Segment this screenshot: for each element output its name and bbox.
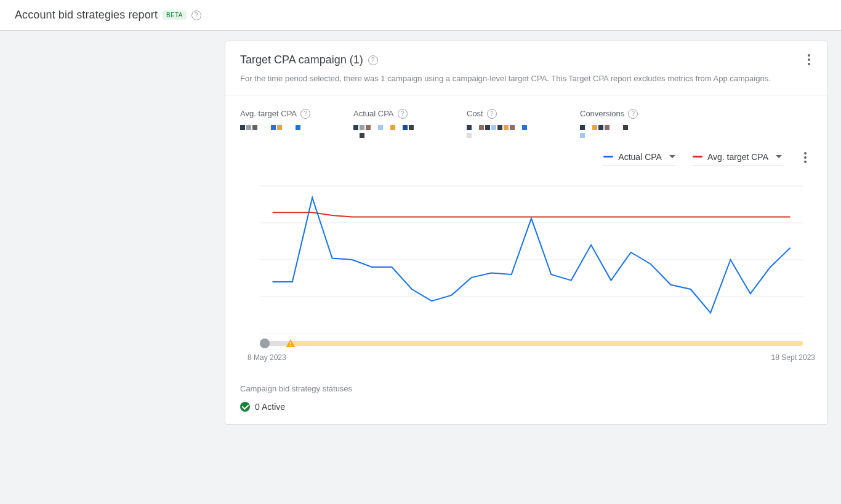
metric-value-redacted: [580, 125, 642, 140]
metric-value-redacted: [353, 125, 415, 140]
check-circle-icon: [240, 402, 250, 412]
avg-target-cpa-line: [273, 212, 791, 217]
axis-start-label: 8 May 2023: [247, 353, 286, 362]
help-icon[interactable]: ?: [398, 109, 408, 119]
metric-label: Actual CPA: [353, 109, 394, 118]
metric-cost: Cost ?: [467, 109, 541, 140]
metric-label: Cost: [467, 109, 483, 118]
line-chart: [260, 174, 803, 334]
status-section: Campaign bid strategy statuses 0 Active: [225, 374, 827, 424]
page-header: Account bid strategies report BETA ?: [0, 0, 841, 31]
beta-badge: BETA: [163, 10, 187, 20]
legend-swatch: [693, 156, 702, 158]
legend-label: Avg. target CPA: [707, 152, 768, 162]
card-header: Target CPA campaign (1) ? For the time p…: [225, 41, 827, 95]
metric-label: Avg. target CPA: [240, 109, 297, 118]
actual-cpa-line: [273, 198, 791, 313]
timeline-slider[interactable]: [260, 338, 803, 347]
legend-series-b-dropdown[interactable]: Avg. target CPA: [691, 150, 783, 166]
timeline-highlight: [289, 341, 803, 346]
content: Target CPA campaign (1) ? For the time p…: [0, 31, 841, 449]
more-icon[interactable]: [802, 52, 816, 67]
metric-avg-target-cpa: Avg. target CPA ?: [240, 109, 314, 140]
grid: [260, 186, 803, 334]
status-section-title: Campaign bid strategy statuses: [240, 384, 813, 393]
metric-conversions: Conversions ?: [580, 109, 654, 140]
axis-end-label: 18 Sept 2023: [771, 353, 815, 362]
metric-actual-cpa: Actual CPA ?: [353, 109, 427, 140]
help-icon[interactable]: ?: [487, 109, 497, 119]
chart-controls: Actual CPA Avg. target CPA: [225, 146, 827, 174]
help-icon[interactable]: ?: [191, 10, 201, 20]
metric-value-redacted: [240, 125, 302, 140]
status-active-text: 0 Active: [255, 402, 285, 412]
more-icon[interactable]: [798, 150, 813, 165]
page-title: Account bid strategies report: [15, 9, 158, 22]
help-icon[interactable]: ?: [628, 109, 638, 119]
timeline-handle[interactable]: [260, 338, 270, 348]
status-row-active: 0 Active: [240, 402, 813, 412]
report-card: Target CPA campaign (1) ? For the time p…: [225, 41, 828, 425]
card-description: For the time period selected, there was …: [240, 73, 813, 85]
metrics-row: Avg. target CPA ? Actual CPA ? Cost ?: [225, 95, 827, 146]
legend-swatch: [603, 156, 613, 158]
help-icon[interactable]: ?: [300, 109, 310, 119]
legend-series-a-dropdown[interactable]: Actual CPA: [602, 150, 677, 166]
chevron-down-icon: [776, 155, 782, 158]
legend-label: Actual CPA: [618, 152, 662, 162]
card-title: Target CPA campaign (1): [240, 54, 363, 66]
metric-value-redacted: [467, 125, 528, 140]
chart-area: [225, 174, 827, 334]
metric-label: Conversions: [580, 109, 624, 118]
help-icon[interactable]: ?: [368, 55, 378, 65]
chevron-down-icon: [669, 155, 675, 158]
warning-icon[interactable]: [286, 338, 296, 350]
x-axis-labels: 8 May 2023 18 Sept 2023: [225, 352, 827, 374]
